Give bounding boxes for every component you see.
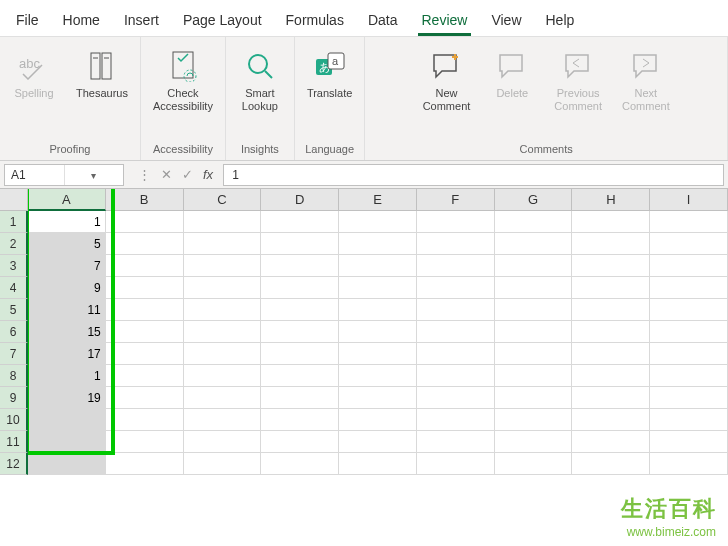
cell-B12[interactable] xyxy=(106,453,184,475)
cell-I8[interactable] xyxy=(650,365,728,387)
cell-G2[interactable] xyxy=(495,233,573,255)
cell-B1[interactable] xyxy=(106,211,184,233)
cell-A8[interactable]: 1 xyxy=(28,365,106,387)
row-header-2[interactable]: 2 xyxy=(0,233,28,255)
cell-I7[interactable] xyxy=(650,343,728,365)
cell-D1[interactable] xyxy=(261,211,339,233)
cell-B8[interactable] xyxy=(106,365,184,387)
row-header-5[interactable]: 5 xyxy=(0,299,28,321)
cell-I6[interactable] xyxy=(650,321,728,343)
cell-F2[interactable] xyxy=(417,233,495,255)
cell-E7[interactable] xyxy=(339,343,417,365)
cell-C3[interactable] xyxy=(184,255,262,277)
cell-B3[interactable] xyxy=(106,255,184,277)
cell-F11[interactable] xyxy=(417,431,495,453)
cell-C8[interactable] xyxy=(184,365,262,387)
row-header-8[interactable]: 8 xyxy=(0,365,28,387)
row-header-9[interactable]: 9 xyxy=(0,387,28,409)
tab-review[interactable]: Review xyxy=(410,6,480,36)
cell-B5[interactable] xyxy=(106,299,184,321)
cell-G1[interactable] xyxy=(495,211,573,233)
cell-F10[interactable] xyxy=(417,409,495,431)
cell-H12[interactable] xyxy=(572,453,650,475)
cell-C5[interactable] xyxy=(184,299,262,321)
cell-H5[interactable] xyxy=(572,299,650,321)
cell-H9[interactable] xyxy=(572,387,650,409)
cell-C12[interactable] xyxy=(184,453,262,475)
cell-D12[interactable] xyxy=(261,453,339,475)
cell-I3[interactable] xyxy=(650,255,728,277)
cell-A11[interactable] xyxy=(28,431,106,453)
cell-F12[interactable] xyxy=(417,453,495,475)
cell-A7[interactable]: 17 xyxy=(28,343,106,365)
cell-H10[interactable] xyxy=(572,409,650,431)
cell-B11[interactable] xyxy=(106,431,184,453)
cell-E1[interactable] xyxy=(339,211,417,233)
cell-E3[interactable] xyxy=(339,255,417,277)
cell-G9[interactable] xyxy=(495,387,573,409)
cell-E12[interactable] xyxy=(339,453,417,475)
cell-I4[interactable] xyxy=(650,277,728,299)
cell-I12[interactable] xyxy=(650,453,728,475)
cell-G10[interactable] xyxy=(495,409,573,431)
cell-D7[interactable] xyxy=(261,343,339,365)
column-header-E[interactable]: E xyxy=(339,189,417,211)
cell-A10[interactable] xyxy=(28,409,106,431)
row-header-1[interactable]: 1 xyxy=(0,211,28,233)
cell-A1[interactable]: 1 xyxy=(28,211,106,233)
cell-E4[interactable] xyxy=(339,277,417,299)
cell-D3[interactable] xyxy=(261,255,339,277)
cell-I10[interactable] xyxy=(650,409,728,431)
thesaurus-button[interactable]: Thesaurus xyxy=(70,45,134,104)
cell-D10[interactable] xyxy=(261,409,339,431)
cell-F6[interactable] xyxy=(417,321,495,343)
cell-G7[interactable] xyxy=(495,343,573,365)
formula-input[interactable]: 1 xyxy=(223,164,724,186)
row-header-6[interactable]: 6 xyxy=(0,321,28,343)
cell-I5[interactable] xyxy=(650,299,728,321)
cell-B10[interactable] xyxy=(106,409,184,431)
cell-H11[interactable] xyxy=(572,431,650,453)
cell-D11[interactable] xyxy=(261,431,339,453)
tab-formulas[interactable]: Formulas xyxy=(274,6,356,36)
cell-G8[interactable] xyxy=(495,365,573,387)
column-header-G[interactable]: G xyxy=(495,189,573,211)
cell-F7[interactable] xyxy=(417,343,495,365)
tab-view[interactable]: View xyxy=(479,6,533,36)
cell-I1[interactable] xyxy=(650,211,728,233)
tab-file[interactable]: File xyxy=(4,6,51,36)
tab-page-layout[interactable]: Page Layout xyxy=(171,6,274,36)
cell-D9[interactable] xyxy=(261,387,339,409)
cell-D6[interactable] xyxy=(261,321,339,343)
cell-H6[interactable] xyxy=(572,321,650,343)
cell-E11[interactable] xyxy=(339,431,417,453)
cell-H4[interactable] xyxy=(572,277,650,299)
cell-F8[interactable] xyxy=(417,365,495,387)
column-header-D[interactable]: D xyxy=(261,189,339,211)
cell-C2[interactable] xyxy=(184,233,262,255)
cell-H1[interactable] xyxy=(572,211,650,233)
tab-data[interactable]: Data xyxy=(356,6,410,36)
name-box-dropdown-icon[interactable]: ▾ xyxy=(64,165,124,185)
cell-A12[interactable] xyxy=(28,453,106,475)
cell-D2[interactable] xyxy=(261,233,339,255)
column-header-H[interactable]: H xyxy=(572,189,650,211)
column-header-I[interactable]: I xyxy=(650,189,728,211)
new-comment-button[interactable]: New Comment xyxy=(417,45,477,116)
cell-G12[interactable] xyxy=(495,453,573,475)
row-header-3[interactable]: 3 xyxy=(0,255,28,277)
cell-G5[interactable] xyxy=(495,299,573,321)
check-accessibility-button[interactable]: Check Accessibility xyxy=(147,45,219,116)
cell-F4[interactable] xyxy=(417,277,495,299)
row-header-11[interactable]: 11 xyxy=(0,431,28,453)
cell-H3[interactable] xyxy=(572,255,650,277)
cell-A4[interactable]: 9 xyxy=(28,277,106,299)
cell-C7[interactable] xyxy=(184,343,262,365)
translate-button[interactable]: あa Translate xyxy=(301,45,358,104)
cell-C6[interactable] xyxy=(184,321,262,343)
cell-A6[interactable]: 15 xyxy=(28,321,106,343)
cell-I9[interactable] xyxy=(650,387,728,409)
column-header-B[interactable]: B xyxy=(106,189,184,211)
cells-area[interactable]: 1579111517119 xyxy=(28,211,728,475)
smart-lookup-button[interactable]: Smart Lookup xyxy=(232,45,288,116)
